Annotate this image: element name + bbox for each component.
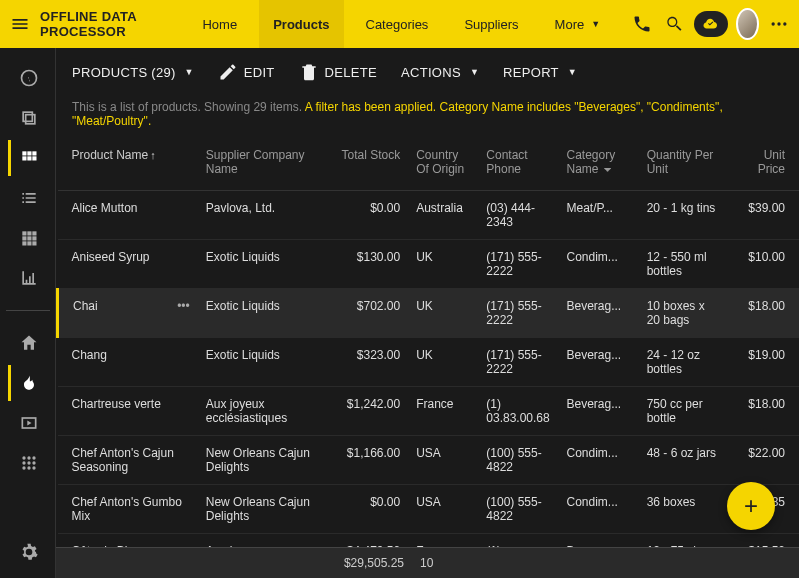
- cell-stock: $130.00: [328, 240, 408, 289]
- table-footer: $29,505.25 10: [56, 547, 799, 578]
- user-avatar[interactable]: [736, 8, 759, 40]
- svg-rect-6: [22, 151, 26, 155]
- plus-icon: +: [744, 492, 758, 520]
- cloud-status-badge[interactable]: [694, 11, 728, 37]
- cell-name: Aniseed Syrup: [58, 240, 198, 289]
- col-price[interactable]: Unit Price: [729, 140, 799, 191]
- col-supplier[interactable]: Supplier Company Name: [198, 140, 328, 191]
- sidebar-copy-icon[interactable]: [8, 100, 48, 136]
- col-product-name[interactable]: Product Name↑: [58, 140, 198, 191]
- cell-phone: (171) 555-2222: [478, 338, 558, 387]
- col-category[interactable]: Category Name ⏷: [558, 140, 638, 191]
- cell-phone: (1) 03.83.00.68: [478, 387, 558, 436]
- svg-rect-4: [26, 115, 35, 124]
- edit-button[interactable]: EDIT: [218, 62, 275, 82]
- table-row[interactable]: Chartreuse verteAux joyeux ecclésiastiqu…: [58, 387, 800, 436]
- table-row[interactable]: Alice MuttonPavlova, Ltd.$0.00Australia(…: [58, 191, 800, 240]
- sidebar-media-icon[interactable]: [8, 405, 48, 441]
- nav-more[interactable]: More▼: [541, 0, 615, 48]
- sidebar-home-icon[interactable]: [8, 325, 48, 361]
- cell-phone: (171) 555-2222: [478, 240, 558, 289]
- cell-category: Beverag...: [558, 289, 638, 338]
- overflow-icon[interactable]: [767, 6, 791, 42]
- report-label: REPORT: [503, 65, 559, 80]
- actions-dropdown[interactable]: ACTIONS▼: [401, 65, 479, 80]
- svg-rect-17: [32, 236, 36, 240]
- sidebar-grid2-icon[interactable]: [8, 220, 48, 256]
- cell-price: $18.00: [729, 387, 799, 436]
- col-phone[interactable]: Contact Phone: [478, 140, 558, 191]
- cell-price: $10.00: [729, 240, 799, 289]
- cell-phone: (100) 555-4822: [478, 485, 558, 534]
- cell-name: Chang: [58, 338, 198, 387]
- table-row[interactable]: Chai•••Exotic Liquids$702.00UK(171) 555-…: [58, 289, 800, 338]
- delete-button[interactable]: DELETE: [299, 62, 377, 82]
- chevron-down-icon: ▼: [568, 67, 577, 77]
- table-row[interactable]: Aniseed SyrupExotic Liquids$130.00UK(171…: [58, 240, 800, 289]
- hamburger-icon[interactable]: [8, 6, 32, 42]
- cell-category: Beverag...: [558, 338, 638, 387]
- svg-point-24: [32, 456, 35, 459]
- cell-country: UK: [408, 289, 478, 338]
- nav-products[interactable]: Products: [259, 0, 343, 48]
- cell-supplier: Exotic Liquids: [198, 240, 328, 289]
- actions-label: ACTIONS: [401, 65, 461, 80]
- cell-country: France: [408, 387, 478, 436]
- cell-stock: $702.00: [328, 289, 408, 338]
- nav-suppliers[interactable]: Suppliers: [450, 0, 532, 48]
- nav-categories[interactable]: Categories: [352, 0, 443, 48]
- cell-category: Condim...: [558, 436, 638, 485]
- table-row[interactable]: Chef Anton's Cajun SeasoningNew Orleans …: [58, 436, 800, 485]
- col-stock[interactable]: Total Stock: [328, 140, 408, 191]
- chevron-down-icon: ▼: [470, 67, 479, 77]
- sidebar-trending-icon[interactable]: [8, 365, 48, 401]
- phone-icon[interactable]: [630, 6, 654, 42]
- nav-more-label: More: [555, 17, 585, 32]
- cell-qpu: 12 - 550 ml bottles: [639, 240, 729, 289]
- cell-name: Chartreuse verte: [58, 387, 198, 436]
- col-qpu[interactable]: Quantity Per Unit: [639, 140, 729, 191]
- svg-point-22: [22, 456, 25, 459]
- cell-phone: (171) 555-2222: [478, 289, 558, 338]
- search-icon[interactable]: [662, 6, 686, 42]
- col-country[interactable]: Country Of Origin: [408, 140, 478, 191]
- cell-supplier: New Orleans Cajun Delights: [198, 436, 328, 485]
- cell-supplier: Exotic Liquids: [198, 289, 328, 338]
- sidebar-settings-icon[interactable]: [8, 534, 48, 570]
- sidebar-apps-icon[interactable]: [8, 445, 48, 481]
- svg-rect-9: [22, 156, 26, 160]
- cell-category: Beverag...: [558, 387, 638, 436]
- nav-home[interactable]: Home: [188, 0, 251, 48]
- add-fab[interactable]: +: [727, 482, 775, 530]
- trash-icon: [299, 62, 319, 82]
- cell-supplier: Pavlova, Ltd.: [198, 191, 328, 240]
- table-row[interactable]: Chef Anton's Gumbo MixNew Orleans Cajun …: [58, 485, 800, 534]
- col-product-name-label: Product Name: [72, 148, 149, 162]
- products-dropdown-label: PRODUCTS (29): [72, 65, 176, 80]
- cell-qpu: 20 - 1 kg tins: [639, 191, 729, 240]
- table-row[interactable]: ChangExotic Liquids$323.00UK(171) 555-22…: [58, 338, 800, 387]
- svg-rect-13: [27, 231, 31, 235]
- cell-stock: $4,479.50: [328, 534, 408, 548]
- sidebar-list-icon[interactable]: [8, 180, 48, 216]
- cell-country: USA: [408, 436, 478, 485]
- row-actions-icon[interactable]: •••: [177, 299, 190, 313]
- svg-point-23: [27, 456, 30, 459]
- footer-count: 10: [412, 548, 482, 578]
- report-dropdown[interactable]: REPORT▼: [503, 65, 577, 80]
- svg-rect-12: [22, 231, 26, 235]
- svg-point-26: [27, 461, 30, 464]
- cell-supplier: New Orleans Cajun Delights: [198, 485, 328, 534]
- sidebar-grid-icon[interactable]: [8, 140, 48, 176]
- svg-rect-11: [32, 156, 36, 160]
- cell-qpu: 24 - 12 oz bottles: [639, 338, 729, 387]
- table-row[interactable]: Côte de BlayeAux joyeux ecclésiastiques$…: [58, 534, 800, 548]
- products-dropdown[interactable]: PRODUCTS (29)▼: [72, 65, 194, 80]
- cell-qpu: 48 - 6 oz jars: [639, 436, 729, 485]
- cell-price: $39.00: [729, 191, 799, 240]
- pencil-icon: [218, 62, 238, 82]
- svg-rect-16: [27, 236, 31, 240]
- sidebar-chart-icon[interactable]: [8, 260, 48, 296]
- cell-qpu: 750 cc per bottle: [639, 387, 729, 436]
- sidebar-info-icon[interactable]: [8, 60, 48, 96]
